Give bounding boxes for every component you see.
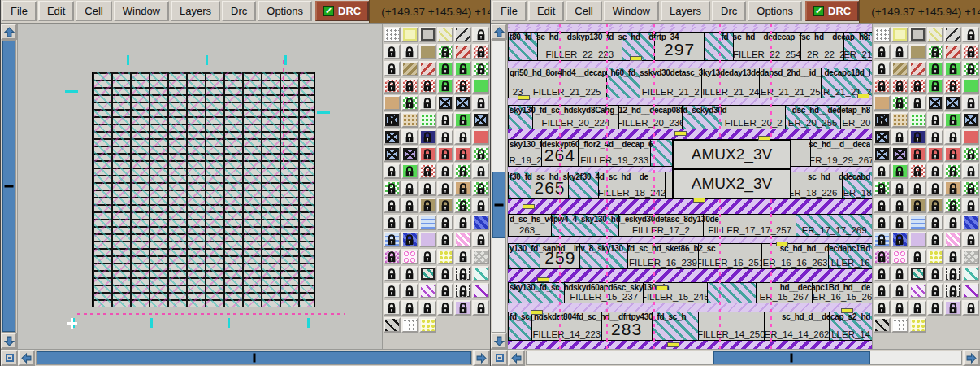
layer-tile-khaki-63[interactable]: [437, 198, 454, 213]
layer-tile-bwave-72[interactable]: [384, 232, 401, 247]
layer-tile-tan-58[interactable]: [944, 181, 961, 196]
layer-tile-tandot-31[interactable]: [891, 112, 908, 128]
layer-tile-gchk-9[interactable]: [437, 44, 454, 59]
layer-tile-bluex-27[interactable]: [437, 95, 454, 111]
layer-tile-white-93[interactable]: [437, 283, 454, 298]
scroll-right-button[interactable]: [963, 350, 980, 366]
layer-tile-white-55[interactable]: [891, 181, 908, 196]
layer-tile-khatch-13[interactable]: [891, 61, 908, 76]
layer-tile-grayx-83[interactable]: [472, 249, 489, 264]
layer-tile-red-46[interactable]: [944, 146, 961, 162]
layer-tile-grn-15[interactable]: [437, 61, 454, 76]
layer-tile-rchk-11[interactable]: [472, 44, 489, 59]
layer-tile-white-80[interactable]: [909, 249, 926, 264]
layer-tile-bluex-35[interactable]: [962, 112, 979, 128]
vertical-scroll-trough[interactable]: [2, 40, 16, 333]
menu-button-cell[interactable]: Cell: [566, 1, 601, 21]
layer-tile-khaki-63[interactable]: [927, 198, 944, 213]
layer-tile-pdoth-92[interactable]: [419, 283, 436, 298]
layer-tile-white-53[interactable]: [472, 163, 489, 179]
layer-tile-white-12[interactable]: [384, 61, 401, 76]
layer-tile-white-65[interactable]: [472, 198, 489, 213]
layer-tile-white-57[interactable]: [927, 181, 944, 196]
layer-tile-white-70[interactable]: [944, 215, 961, 230]
layer-tile-khaki-8[interactable]: [909, 44, 926, 59]
layer-tile-white-5[interactable]: [472, 27, 489, 42]
layer-tile-white-29[interactable]: [962, 95, 979, 111]
menu-button-drc[interactable]: Drc: [712, 1, 746, 21]
layer-tile-lav-74[interactable]: [419, 232, 436, 247]
layer-tile-white-87[interactable]: [927, 266, 944, 281]
layer-tile-rhatch-14[interactable]: [419, 61, 436, 76]
layer-tile-purpx-43[interactable]: [401, 146, 418, 162]
layer-tile-white-69[interactable]: [927, 215, 944, 230]
layout-canvas-zoomed[interactable]: FILLER_22_223297FILLER_22_254ER_2R_22_26…: [508, 24, 872, 349]
layer-tile-ydots-104[interactable]: [419, 317, 436, 333]
horizontal-scroll-trough[interactable]: [36, 351, 472, 365]
layer-tile-white-6[interactable]: [874, 44, 891, 59]
layer-tile-white-5[interactable]: [962, 27, 979, 42]
zoom-box-button[interactable]: [491, 350, 508, 366]
layer-tile-white-90[interactable]: [874, 283, 891, 298]
layer-tile-dotb-94[interactable]: [454, 283, 471, 298]
layer-tile-white-101[interactable]: [962, 300, 979, 316]
layer-tile-wdots-103[interactable]: [401, 317, 418, 333]
layer-tile-gchk-47[interactable]: [472, 146, 489, 162]
layer-tile-white-97[interactable]: [891, 300, 908, 316]
layer-tile-rchk-20[interactable]: [419, 78, 436, 94]
layer-tile-red-44[interactable]: [909, 146, 926, 162]
zoom-box-button[interactable]: [1, 350, 18, 366]
drc-toggle-button[interactable]: ✓ DRC: [315, 1, 369, 21]
layer-tile-bdiag-102[interactable]: [874, 317, 891, 333]
layer-tile-gchk-52[interactable]: [454, 163, 471, 179]
layer-tile-white-37[interactable]: [401, 129, 418, 145]
layer-tile-yhatch-3[interactable]: [437, 27, 454, 42]
layer-tile-white-39[interactable]: [927, 129, 944, 145]
layer-tile-white-26[interactable]: [909, 95, 926, 111]
layer-tile-bwave-68[interactable]: [909, 215, 926, 230]
layer-tile-white-26[interactable]: [419, 95, 436, 111]
layer-tile-rchk-22[interactable]: [944, 78, 961, 94]
layer-tile-white-7[interactable]: [401, 44, 418, 59]
layer-tile-white-66[interactable]: [874, 215, 891, 230]
menu-button-layers[interactable]: Layers: [171, 1, 220, 21]
layer-tile-bluex-42[interactable]: [384, 146, 401, 162]
layer-tile-red-41[interactable]: [472, 129, 489, 145]
layer-tile-grn-16[interactable]: [454, 61, 471, 76]
layer-tile-white-70[interactable]: [454, 215, 471, 230]
layer-tile-grn-34[interactable]: [944, 112, 961, 128]
layer-tile-white-90[interactable]: [384, 283, 401, 298]
layer-tile-gchk-9[interactable]: [927, 44, 944, 59]
layer-tile-white-56[interactable]: [419, 181, 436, 196]
layer-tile-white-82[interactable]: [454, 249, 471, 264]
layer-tile-white-61[interactable]: [891, 198, 908, 213]
vertical-scroll-thumb[interactable]: [492, 172, 505, 238]
layer-tile-pchk-78[interactable]: [874, 249, 891, 264]
layer-tile-bluex-42[interactable]: [874, 146, 891, 162]
layer-tile-white-40[interactable]: [944, 129, 961, 145]
layer-tile-tan-58[interactable]: [454, 181, 471, 196]
layer-tile-pinkp-76[interactable]: [454, 232, 471, 247]
menu-button-cell[interactable]: Cell: [76, 1, 111, 21]
layer-tile-rchk-18[interactable]: [874, 78, 891, 94]
layer-tile-white-29[interactable]: [472, 95, 489, 111]
menu-button-drc[interactable]: Drc: [222, 1, 256, 21]
horizontal-scroll-thumb[interactable]: [37, 351, 471, 364]
menu-button-window[interactable]: Window: [604, 1, 659, 21]
drc-checkbox-icon[interactable]: ✓: [323, 6, 334, 16]
layer-tile-rhatch-10[interactable]: [454, 44, 471, 59]
layer-tile-white-77[interactable]: [472, 232, 489, 247]
layer-tile-gchk-54[interactable]: [384, 181, 401, 196]
layer-tile-grn-23[interactable]: [472, 78, 489, 94]
drc-toggle-button[interactable]: ✓ DRC: [805, 1, 859, 21]
layer-tile-grn-49[interactable]: [891, 163, 908, 179]
layer-tile-pdiag-95[interactable]: [472, 283, 489, 298]
layer-tile-rchk-50[interactable]: [419, 163, 436, 179]
layer-tile-grn-23[interactable]: [962, 78, 979, 94]
layer-tile-grn-21[interactable]: [927, 78, 944, 94]
scroll-left-button[interactable]: [18, 350, 35, 366]
layer-tile-grn-21[interactable]: [437, 78, 454, 94]
layer-tile-white-56[interactable]: [909, 181, 926, 196]
layer-tile-bnavy-71[interactable]: [962, 215, 979, 230]
vertical-scroll-trough[interactable]: [492, 40, 506, 333]
